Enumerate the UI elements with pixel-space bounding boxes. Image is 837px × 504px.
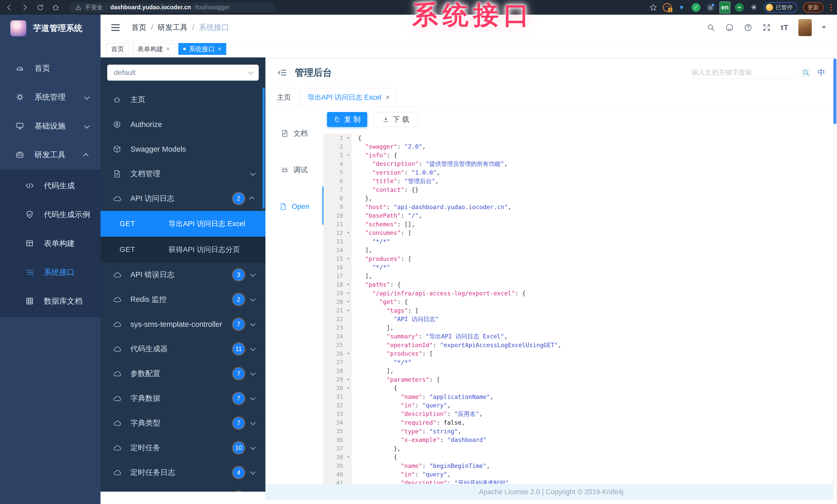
font-size-icon[interactable]: tT	[781, 23, 788, 32]
fold-toggle-icon[interactable]: ▾	[347, 291, 350, 295]
bookmark-star-icon[interactable]	[649, 4, 657, 11]
browser-update-button[interactable]: 更新	[803, 2, 824, 13]
json-editor[interactable]: 1▾{2 "swagger": "2.0",3▾ "info": {4 "des…	[323, 134, 837, 484]
swagger-nav-group[interactable]: 参数配置 7	[101, 361, 265, 386]
fold-toggle-icon[interactable]: ▾	[347, 256, 350, 261]
swagger-nav-group[interactable]: 岗位 7	[101, 485, 265, 492]
page-scrollbar-thumb[interactable]	[833, 58, 836, 124]
browser-back-icon[interactable]	[5, 3, 13, 12]
copy-label: 复 制	[344, 115, 360, 125]
swagger-nav-group[interactable]: 字典类型 7	[101, 411, 265, 435]
extension-icon[interactable]: ◠1	[663, 3, 672, 12]
close-icon[interactable]: ×	[166, 45, 170, 53]
code-text: "host": "api-dashboard.yudao.iocoder.cn"…	[351, 204, 511, 210]
breadcrumb-home[interactable]: 首页	[131, 22, 146, 33]
swagger-nav-authorize[interactable]: Authorize	[101, 112, 265, 137]
swagger-nav-home[interactable]: 主页	[101, 87, 265, 112]
operation-get-page[interactable]: GET 获得API 访问日志分页	[101, 237, 265, 262]
close-icon[interactable]: ×	[386, 93, 390, 101]
paused-extension-pill[interactable]: 已暂停	[764, 2, 797, 13]
sidebar-item-codegen[interactable]: 代码生成	[0, 171, 101, 200]
api-group-select[interactable]: default	[107, 64, 259, 81]
sidebar-item-system-api[interactable]: 系统接口	[0, 258, 101, 287]
browser-home-icon[interactable]	[52, 3, 60, 12]
swagger-nav-group[interactable]: Redis 监控 2	[101, 287, 265, 312]
sidebar-item-form-builder[interactable]: 表单构建	[0, 229, 101, 258]
fold-toggle-icon[interactable]: ▾	[347, 377, 350, 382]
sidebar-item-codegen-example[interactable]: 代码生成示例	[0, 200, 101, 229]
sidebar-item-system[interactable]: 系统管理	[0, 83, 101, 112]
extension-leaf-icon[interactable]: ❧	[735, 3, 744, 12]
rail-item-doc[interactable]: 文档	[265, 115, 323, 152]
swagger-nav-group[interactable]: API 错误日志 3	[101, 262, 265, 287]
help-icon[interactable]	[744, 23, 752, 32]
app-logo[interactable]: 芋道管理系统	[0, 15, 101, 42]
swagger-nav-models[interactable]: Swagger Models	[101, 137, 265, 162]
line-number: 14	[323, 247, 351, 254]
doc-tab-home[interactable]: 主页	[270, 88, 298, 106]
code-text: "*/*"	[351, 264, 390, 271]
swagger-nav-group[interactable]: 定时任务 10	[101, 435, 265, 460]
nav-scrollbar-thumb[interactable]	[263, 88, 265, 209]
address-bar[interactable]: 不安全 dashboard.yudao.iocoder.cn /tool/swa…	[70, 2, 276, 13]
operation-label: 获得API 访问日志分页	[168, 245, 240, 255]
fold-toggle-icon[interactable]: ▾	[347, 135, 350, 140]
extension-flower-icon[interactable]: ✳	[749, 3, 758, 12]
swagger-nav-group[interactable]: 代码生成器 11	[101, 337, 265, 361]
tags-view: 首页 表单构建× 系统接口×	[101, 40, 837, 57]
rail-item-debug[interactable]: 调试	[265, 152, 323, 188]
browser-reload-icon[interactable]	[36, 3, 44, 12]
collapse-menu-icon[interactable]	[277, 68, 287, 77]
swagger-nav-doc-manage[interactable]: 文档管理	[101, 162, 265, 186]
hamburger-icon[interactable]	[111, 24, 120, 31]
doc-search-input[interactable]	[691, 67, 794, 79]
browser-forward-icon[interactable]	[21, 3, 29, 12]
copy-button[interactable]: 复 制	[327, 112, 367, 127]
avatar[interactable]	[798, 19, 812, 36]
sidebar-item-db-doc[interactable]: 数据库文档	[0, 287, 101, 316]
sidebar-item-infra[interactable]: 基础设施	[0, 112, 101, 141]
page-scrollbar[interactable]	[833, 57, 837, 500]
fold-toggle-icon[interactable]: ▾	[347, 153, 350, 157]
browser-menu-icon[interactable]	[830, 4, 832, 11]
extension-puzzle-icon[interactable]: ▦	[706, 3, 715, 12]
search-icon[interactable]	[801, 68, 810, 77]
rail-item-open[interactable]: Open	[265, 188, 323, 225]
chevron-down-icon[interactable]	[821, 26, 826, 29]
fold-toggle-icon[interactable]: ▾	[347, 282, 350, 287]
extension-check-icon[interactable]: ✓	[692, 3, 700, 12]
fold-toggle-icon[interactable]: ▾	[347, 351, 350, 356]
extension-drop-icon[interactable]: ▾	[677, 3, 686, 12]
sidebar-item-devtools[interactable]: 研发工具	[0, 141, 101, 169]
search-icon[interactable]	[707, 23, 715, 32]
close-icon[interactable]: ×	[218, 45, 221, 53]
language-toggle[interactable]: 中	[817, 68, 825, 78]
tab-home[interactable]: 首页	[106, 43, 129, 55]
fold-toggle-icon[interactable]: ▾	[347, 386, 350, 390]
chevron-down-icon	[250, 170, 256, 176]
swagger-nav-group[interactable]: sys-sms-template-controller 7	[101, 312, 265, 337]
extension-translate-icon[interactable]: en	[720, 3, 729, 12]
line-number: 7	[323, 186, 351, 193]
code-line: 14 ],	[323, 246, 837, 255]
doc-tab-export-excel[interactable]: 导出API 访问日志 Excel×	[300, 88, 397, 106]
fold-toggle-icon[interactable]: ▾	[347, 230, 350, 235]
swagger-nav-api-access-log[interactable]: API 访问日志 2	[101, 186, 265, 211]
swagger-nav-group[interactable]: 定时任务日志 4	[101, 460, 265, 485]
operation-export-excel[interactable]: GET 导出API 访问日志 Excel	[101, 211, 265, 237]
tab-form-builder[interactable]: 表单构建×	[132, 43, 175, 55]
fold-toggle-icon[interactable]: ▾	[347, 308, 350, 313]
swagger-nav-group[interactable]: 字典数据 7	[101, 386, 265, 411]
github-icon[interactable]	[725, 23, 734, 32]
sidebar-item-home[interactable]: 首页	[0, 54, 101, 83]
code-text: "get": {	[351, 298, 408, 305]
download-button[interactable]: 下 载	[374, 112, 418, 127]
code-line: 12▾ "consumes": [	[323, 229, 837, 238]
fullscreen-icon[interactable]	[762, 23, 771, 32]
breadcrumb-devtools[interactable]: 研发工具	[158, 22, 188, 33]
tab-system-api[interactable]: 系统接口×	[178, 43, 226, 55]
cloud-icon	[112, 194, 122, 203]
fold-toggle-icon[interactable]: ▾	[347, 455, 350, 460]
fold-toggle-icon[interactable]: ▾	[347, 300, 350, 304]
dashboard-icon	[15, 64, 25, 73]
